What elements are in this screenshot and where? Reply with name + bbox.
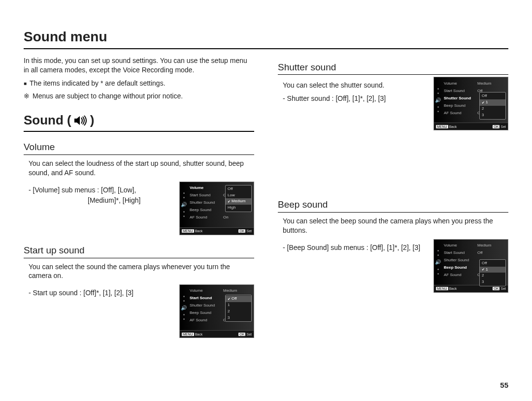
lcd-footer: MENUBackOKSet bbox=[180, 227, 254, 235]
startup-desc: You can select the sound the camera play… bbox=[29, 262, 254, 281]
lcd-menu-item: Start Sound bbox=[189, 295, 223, 302]
lcd-option: 2 bbox=[480, 106, 505, 112]
lcd-option: 3 bbox=[226, 315, 251, 321]
lcd-menu-list: VolumeStart SoundShutter SoundBeep Sound… bbox=[188, 285, 223, 330]
right-column: Shutter sound You can select the shutter… bbox=[278, 52, 508, 339]
lcd-menu-item: AF Sound bbox=[443, 110, 477, 116]
lcd-side-icons: 🔊 bbox=[180, 182, 188, 227]
lcd-option: Off bbox=[226, 296, 251, 302]
note-change: ※ Menus are subject to change without pr… bbox=[24, 92, 254, 101]
beep-options-line1: - [Beep Sound] sub menus : [Off], [1]*, … bbox=[283, 243, 425, 252]
lcd-option-popup: Off123 bbox=[479, 92, 506, 119]
speaker-icon: 🔊 bbox=[435, 259, 441, 266]
page-title: Sound menu bbox=[24, 28, 508, 49]
lcd-menu-item: Beep Sound bbox=[189, 207, 223, 214]
lcd-screenshot-beep: 🔊VolumeStart SoundShutter SoundBeep Soun… bbox=[433, 239, 508, 293]
lcd-option: 3 bbox=[480, 279, 505, 285]
lcd-menu-item: Start Sound bbox=[443, 88, 477, 94]
left-column: In this mode, you can set up sound setti… bbox=[24, 52, 254, 339]
lcd-menu-item: Volume bbox=[443, 80, 477, 87]
lcd-menu-item: Volume bbox=[189, 288, 223, 294]
lcd-menu-item: Volume bbox=[443, 243, 477, 249]
note-default: ■ The items indicated by * are default s… bbox=[24, 79, 254, 88]
sound-heading-text: Sound ( bbox=[24, 112, 71, 129]
speaker-icon: 🔊 bbox=[181, 201, 187, 208]
startup-heading: Start up sound bbox=[24, 244, 254, 258]
lcd-option: 2 bbox=[480, 273, 505, 279]
shutter-desc: You can select the shutter sound. bbox=[283, 81, 425, 90]
lcd-screenshot-shutter: 🔊VolumeStart SoundShutter SoundBeep Soun… bbox=[433, 77, 508, 130]
lcd-option: High bbox=[226, 205, 251, 211]
beep-desc: You can select the beep sound the camera… bbox=[283, 216, 508, 235]
sound-heading-close: ) bbox=[90, 112, 95, 129]
manual-page: Sound menu In this mode, you can set up … bbox=[0, 0, 532, 401]
lcd-menu-item: Shutter Sound bbox=[443, 95, 477, 101]
speaker-icon: 🔊 bbox=[181, 305, 187, 311]
lcd-menu-list: VolumeStart SoundShutter SoundBeep Sound… bbox=[442, 77, 477, 123]
lcd-value: Medium bbox=[223, 288, 237, 294]
volume-options-line2: [Medium]*, [High] bbox=[29, 196, 170, 205]
square-bullet-icon: ■ bbox=[24, 79, 27, 88]
lcd-option: 1 bbox=[480, 99, 505, 106]
lcd-footer: MENUBackOKSet bbox=[180, 330, 254, 338]
lcd-value: On bbox=[223, 215, 229, 221]
lcd-option: 2 bbox=[226, 308, 251, 315]
lcd-menu-item: Shutter Sound bbox=[189, 200, 223, 206]
lcd-menu-item: AF Sound bbox=[443, 272, 477, 278]
volume-heading: Volume bbox=[24, 141, 254, 155]
page-number: 55 bbox=[500, 380, 508, 390]
lcd-menu-item: Beep Sound bbox=[443, 102, 477, 109]
lcd-option: 3 bbox=[480, 112, 505, 119]
sound-heading: Sound ( ) bbox=[24, 112, 254, 132]
note-default-text: The items indicated by * are default set… bbox=[30, 79, 165, 88]
lcd-menu-item: Start Sound bbox=[189, 192, 223, 199]
ok-tag: OK bbox=[238, 333, 245, 336]
ok-tag: OK bbox=[238, 229, 245, 233]
lcd-side-icons: 🔊 bbox=[434, 240, 442, 285]
lcd-option: Off bbox=[480, 93, 505, 99]
menu-tag: MENU bbox=[182, 229, 194, 233]
reference-mark-icon: ※ bbox=[24, 92, 30, 101]
svg-marker-0 bbox=[74, 116, 80, 125]
lcd-menu-item: Beep Sound bbox=[443, 265, 477, 271]
lcd-menu-list: VolumeStart SoundShutter SoundBeep Sound… bbox=[442, 240, 477, 285]
lcd-value: Off bbox=[477, 250, 483, 256]
lcd-menu-item: AF Sound bbox=[189, 317, 223, 324]
lcd-footer: MENUBackOKSet bbox=[434, 123, 508, 130]
shutter-heading: Shutter sound bbox=[278, 61, 508, 75]
lcd-option: Off bbox=[226, 186, 251, 192]
speaker-icon bbox=[74, 115, 87, 126]
lcd-option: 1 bbox=[226, 302, 251, 308]
lcd-menu-item: Volume bbox=[189, 185, 223, 191]
speaker-icon: 🔊 bbox=[435, 97, 441, 104]
shutter-options-line1: - Shutter sound : [Off], [1]*, [2], [3] bbox=[283, 94, 425, 103]
volume-desc: You can select the loudness of the start… bbox=[29, 159, 254, 178]
lcd-option: 1 bbox=[480, 267, 505, 273]
intro-text: In this mode, you can set up sound setti… bbox=[24, 56, 254, 75]
lcd-menu-item: AF Sound bbox=[189, 215, 223, 221]
startup-options-line1: - Start up sound : [Off]*, [1], [2], [3] bbox=[29, 288, 170, 298]
lcd-option: Medium bbox=[226, 198, 251, 205]
ok-tag: OK bbox=[493, 287, 499, 290]
lcd-option-popup: OffLowMediumHigh bbox=[225, 185, 252, 212]
menu-tag: MENU bbox=[182, 333, 194, 336]
lcd-screenshot-volume: 🔊VolumeStart SoundShutter SoundBeep Soun… bbox=[179, 182, 254, 235]
note-change-text: Menus are subject to change without prio… bbox=[33, 92, 183, 101]
lcd-menu-list: VolumeStart SoundShutter SoundBeep Sound… bbox=[188, 182, 223, 227]
lcd-side-icons: 🔊 bbox=[180, 285, 188, 330]
lcd-value: Medium bbox=[477, 243, 491, 249]
lcd-value: Medium bbox=[477, 80, 491, 87]
menu-tag: MENU bbox=[436, 287, 448, 290]
menu-tag: MENU bbox=[436, 125, 448, 128]
lcd-side-icons: 🔊 bbox=[434, 77, 442, 123]
lcd-menu-item: Start Sound bbox=[443, 250, 477, 256]
lcd-option-popup: Off123 bbox=[479, 259, 506, 286]
lcd-option-popup: Off123 bbox=[225, 295, 252, 322]
lcd-screenshot-startup: 🔊VolumeStart SoundShutter SoundBeep Soun… bbox=[179, 284, 254, 338]
lcd-option: Low bbox=[226, 192, 251, 199]
ok-tag: OK bbox=[493, 125, 499, 128]
volume-options-line1: - [Volume] sub menus : [Off], [Low], bbox=[29, 185, 170, 195]
lcd-option: Off bbox=[480, 260, 505, 267]
lcd-menu-item: Shutter Sound bbox=[443, 257, 477, 264]
lcd-menu-item: Shutter Sound bbox=[189, 303, 223, 309]
